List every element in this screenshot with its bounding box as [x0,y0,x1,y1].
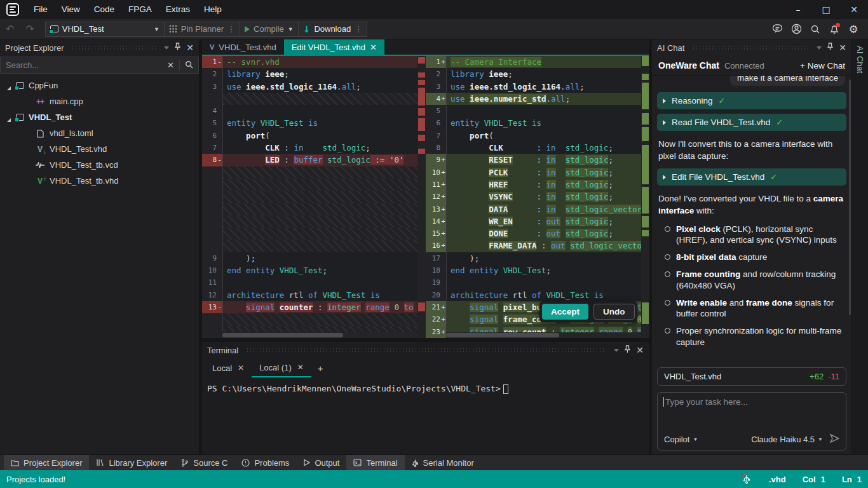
pin-icon[interactable] [174,42,181,53]
compile-button[interactable]: Compile ▼ [240,22,299,37]
tool-step-reasoning[interactable]: Reasoning✓ [657,92,846,109]
panel-drag-handle[interactable] [692,45,809,50]
line-number: 7 [426,130,446,142]
close-tab-icon[interactable]: ✕ [370,43,377,52]
bottom-tab-terminal[interactable]: Terminal [346,455,404,470]
kebab-icon[interactable]: ⋮ [355,25,362,34]
clear-search-icon[interactable]: ✕ [162,60,180,71]
file-extension-indicator[interactable]: .vhd [769,475,786,484]
tree-item-vhdl-test-tb-vhd[interactable]: V↑VHDL_Test_tb.vhd [0,173,199,189]
menu-items: FileViewCodeFPGAExtrasHelp [27,0,229,19]
close-panel-icon[interactable]: ✕ [186,43,194,53]
diff-editor[interactable]: 1--- svnr.vhd2library ieee;3use ieee.std… [202,56,649,338]
tree-item-cppfun[interactable]: CppFun [0,78,199,93]
tool-step-read-file-vhdl-test-vhd[interactable]: Read File VHDL_Test.vhd✓ [657,114,846,131]
close-button[interactable]: ✕ [840,0,868,19]
undo-icon[interactable]: ↶ [0,23,20,35]
close-tab-icon[interactable]: ✕ [297,363,304,372]
diff-pane-modified[interactable]: 1+-- Camera Interface2library ieee;3use … [426,56,649,338]
horizontal-scrollbar[interactable] [446,332,641,338]
send-message-icon[interactable] [823,433,841,445]
settings-gear-icon[interactable]: ⚙ [845,21,862,37]
menu-code[interactable]: Code [87,0,121,19]
tree-item-vhdl-test-vhd[interactable]: V↓VHDL_Test.vhd [0,141,199,157]
menu-fpga[interactable]: FPGA [121,0,159,19]
close-tab-icon[interactable]: ✕ [238,363,244,372]
changed-file-chip[interactable]: VHDL_Test.vhd +62 -11 [657,367,846,386]
tree-item-vhdl-ls-toml[interactable]: vhdl_ls.toml [0,125,199,141]
ai-chat-side-tab[interactable]: AI Chat [851,39,868,454]
search-input[interactable] [1,60,162,70]
panel-menu-icon[interactable] [164,46,169,50]
code-line-content: use ieee.std_logic_1164.all; [222,81,426,93]
new-terminal-icon[interactable]: + [311,358,330,377]
chat-input-box[interactable]: Type your task here... Copilot▼ Claude H… [657,392,846,451]
panel-drag-handle[interactable] [71,45,156,50]
account-icon[interactable] [788,21,804,37]
tree-item-main-cpp[interactable]: ++main.cpp [0,93,199,109]
bottom-tab-output[interactable]: Output [296,455,346,470]
menu-file[interactable]: File [27,0,55,19]
pin-icon[interactable] [624,344,631,356]
pin-planner-button[interactable]: Pin Planner ⋮ [165,22,240,37]
code-line: 9 ); [202,252,426,264]
toolbar: ↶ ↷ VHDL_Test ▼ Pin Planner ⋮ Compile ▼ … [0,19,868,39]
undo-button[interactable]: Undo [593,304,635,320]
terminal-tab-local[interactable]: Local✕ [205,358,252,377]
diff-pane-original[interactable]: 1--- svnr.vhd2library ieee;3use ieee.std… [202,56,426,338]
chat-message-list[interactable]: make it a camera interfaceReasoning✓Read… [652,75,851,363]
menu-help[interactable]: Help [197,0,229,19]
code-line-content: FRAME_DATA : out std_logic_vector(7 down… [446,240,649,252]
assistant-bullet-item: Frame counting and row/column tracking (… [665,269,845,292]
editor-tab-vhdl-test-vhd[interactable]: VVHDL_Test.vhd [202,39,284,55]
search-icon[interactable] [180,60,198,71]
diff-filler-row [202,203,426,215]
kebab-icon[interactable]: ⋮ [227,25,235,34]
editor-tab-edit-vhdl-test-vhd[interactable]: Edit VHDL_Test.vhd✕ [284,39,384,55]
lines-removed-badge: -11 [828,372,839,381]
bottom-tab-project-explorer[interactable]: Project Explorer [4,455,89,470]
expander-icon[interactable] [6,83,11,88]
chat-scrollbar[interactable] [849,79,851,315]
agent-mode-selector[interactable]: Copilot▼ [664,435,698,444]
menu-view[interactable]: View [55,0,87,19]
panel-menu-icon[interactable] [817,46,822,50]
column-indicator[interactable]: Col1 [803,475,825,484]
bottom-tab-serial-monitor[interactable]: Serial Monitor [405,455,481,470]
horizontal-scrollbar[interactable] [222,332,417,338]
terminal-output[interactable]: PS C:\Users\HendrikMennen\OneWareStudio\… [202,377,649,454]
feedback-icon[interactable] [769,21,785,37]
model-selector[interactable]: Claude Haiku 4.5▼ [751,435,823,444]
terminal-tab-bar: Local✕Local (1)✕+ [202,358,649,377]
search-icon[interactable] [807,21,824,37]
notifications-bell-icon[interactable] [826,21,843,37]
code-line: 2library ieee; [426,68,649,80]
bottom-tab-problems[interactable]: Problems [234,455,296,470]
tool-step-edit-file-vhdl-test-vhd[interactable]: Edit File VHDL_Test.vhd✓ [657,168,846,186]
close-panel-icon[interactable]: ✕ [636,345,644,355]
bottom-tab-source-c[interactable]: Source C [174,455,234,470]
minimize-button[interactable]: – [784,0,812,19]
line-indicator[interactable]: Ln1 [842,475,862,484]
new-chat-button[interactable]: + New Chat [800,61,845,71]
line-number [202,93,222,105]
close-panel-icon[interactable]: ✕ [839,43,846,53]
tree-item-vhdl-test-tb-vcd[interactable]: VHDL_Test_tb.vcd [0,157,199,173]
tree-item-vhdl-test[interactable]: VHDL_Test [0,109,199,125]
panel-menu-icon[interactable] [614,349,619,352]
chevron-down-icon[interactable]: ▼ [288,26,294,32]
menu-extras[interactable]: Extras [159,0,197,19]
terminal-tab-local-1-[interactable]: Local (1)✕ [252,358,311,377]
accept-button[interactable]: Accept [542,304,588,320]
serial-disconnected-icon[interactable]: ✕ [742,474,752,484]
redo-icon[interactable]: ↷ [20,23,39,35]
code-line: 12architecture rtl of VHDL_Test is [202,289,426,301]
project-selector[interactable]: VHDL_Test ▼ [45,22,165,37]
panel-drag-handle[interactable] [246,348,606,353]
pin-icon[interactable] [827,42,834,53]
expander-icon[interactable] [6,115,11,120]
code-line-content [222,276,426,288]
bottom-tab-library-explorer[interactable]: Library Explorer [89,455,174,470]
maximize-button[interactable]: □ [812,0,840,19]
download-button[interactable]: ↓ Download ⋮ [299,22,368,37]
